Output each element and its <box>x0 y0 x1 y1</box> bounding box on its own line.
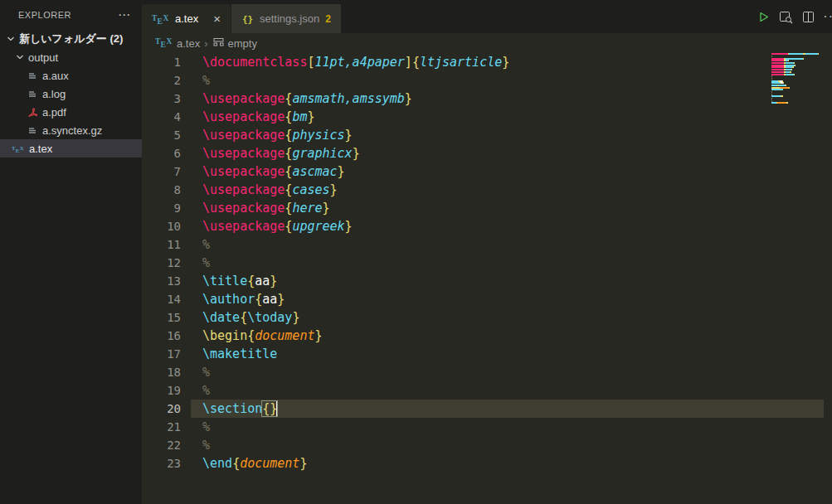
minimap-line <box>771 102 825 104</box>
token: { <box>247 274 255 288</box>
code-line[interactable]: 18% <box>142 363 832 381</box>
token: bm <box>292 109 307 124</box>
tab-settings-json[interactable]: {}settings.json2 <box>231 4 341 33</box>
tree-root-folder[interactable]: 新しいフォルダー (2) <box>0 30 142 48</box>
tree-item-label: a.log <box>42 88 66 100</box>
code-line[interactable]: 14\author{aa} <box>142 290 832 308</box>
token: \end <box>202 456 232 471</box>
line-content: \usepackage{ascmac} <box>191 162 824 181</box>
token: \date <box>202 310 240 325</box>
code-line[interactable]: 23\end{document} <box>142 454 832 472</box>
code-line[interactable]: 10\usepackage{upgreek} <box>142 217 832 235</box>
line-content: \usepackage{here} <box>191 199 824 217</box>
svg-text:X: X <box>163 14 169 22</box>
tree-item-a-aux[interactable]: a.aux <box>0 66 142 85</box>
editor-actions: ·· <box>757 0 832 33</box>
svg-text:E: E <box>158 17 163 25</box>
tab-a-tex[interactable]: TEXa.tex× <box>142 4 231 33</box>
explorer-more-icon[interactable]: ⋯ <box>118 11 130 19</box>
token: % <box>202 438 210 453</box>
tree-item-label: a.aux <box>42 70 69 82</box>
code-line[interactable]: 16\begin{document} <box>142 327 832 345</box>
line-content: % <box>191 254 824 272</box>
code-line[interactable]: 17\maketitle <box>142 345 832 363</box>
token: \section <box>202 401 262 416</box>
token: cases <box>292 182 329 197</box>
code-line[interactable]: 22% <box>142 436 832 454</box>
token: \usepackage <box>202 128 285 143</box>
code-line[interactable]: 4\usepackage{bm} <box>142 108 832 126</box>
tree-item-a-log[interactable]: a.log <box>0 85 142 103</box>
json-icon: {} <box>241 13 255 24</box>
token: graphicx <box>292 146 352 161</box>
token: } <box>338 164 345 179</box>
token: } <box>292 310 299 325</box>
line-number: 22 <box>142 436 191 454</box>
code-line[interactable]: 5\usepackage{physics} <box>142 126 832 144</box>
line-content: \usepackage{graphicx} <box>191 144 824 162</box>
explorer-header: EXPLORER ⋯ <box>0 0 142 30</box>
line-content: \title{aa} <box>191 272 824 290</box>
tree-item-a-tex[interactable]: TEXa.tex <box>0 139 142 158</box>
code-line[interactable]: 11% <box>142 235 832 254</box>
code-line[interactable]: 3\usepackage{amsmath,amssymb} <box>142 90 832 108</box>
code-line[interactable]: 13\title{aa} <box>142 272 832 290</box>
token: % <box>202 237 210 252</box>
pdf-icon <box>25 106 38 118</box>
code-line[interactable]: 20\section{} <box>142 400 832 418</box>
token: } <box>307 109 314 124</box>
code-line[interactable]: 9\usepackage{here} <box>142 199 832 217</box>
minimap-line <box>771 53 825 56</box>
tex-icon: TEX <box>152 13 170 24</box>
token: % <box>202 73 210 88</box>
svg-text:X: X <box>20 145 24 151</box>
code-line[interactable]: 15\date{\today} <box>142 308 832 327</box>
view-pdf-icon[interactable] <box>778 10 794 24</box>
token: physics <box>292 128 344 143</box>
line-content: \usepackage{upgreek} <box>191 217 824 235</box>
breadcrumb-file-label: a.tex <box>177 37 200 50</box>
svg-text:{}: {} <box>242 14 253 24</box>
file-icon <box>25 88 38 99</box>
tab-label: settings.json <box>260 12 319 25</box>
code-line[interactable]: 21% <box>142 418 832 436</box>
code-line[interactable]: 12% <box>142 254 832 272</box>
code-line[interactable]: 6\usepackage{graphicx} <box>142 144 832 162</box>
token: \title <box>202 274 247 288</box>
explorer-title: EXPLORER <box>18 10 71 20</box>
svg-text:E: E <box>16 147 20 153</box>
token: % <box>202 419 210 434</box>
code-line[interactable]: 19% <box>142 381 832 400</box>
line-content: \end{document} <box>191 454 824 472</box>
close-icon[interactable]: × <box>213 14 221 24</box>
token: } <box>502 55 509 70</box>
more-actions-icon[interactable]: ·· <box>823 9 832 24</box>
tree-item-label: a.tex <box>29 143 52 155</box>
token: \begin <box>202 328 247 343</box>
minimap[interactable] <box>771 53 825 104</box>
tree-item-a-synctex-gz[interactable]: a.synctex.gz <box>0 121 142 139</box>
tree-item-a-pdf[interactable]: a.pdf <box>0 103 142 121</box>
line-content: \date{\today} <box>191 308 824 327</box>
token: upgreek <box>292 219 344 234</box>
line-content: % <box>191 71 824 90</box>
breadcrumb-symbol[interactable]: empty <box>212 36 257 50</box>
line-content: % <box>191 436 824 454</box>
token: } <box>345 219 353 234</box>
token: { <box>247 328 255 343</box>
breadcrumb-file[interactable]: TEX a.tex <box>155 36 200 50</box>
code-line[interactable]: 1\documentclass[11pt,a4paper]{ltjsarticl… <box>142 53 832 71</box>
run-latex-icon[interactable] <box>757 10 771 24</box>
tree-item-output[interactable]: output <box>0 48 142 66</box>
token: } <box>330 182 338 197</box>
split-editor-icon[interactable] <box>801 10 815 24</box>
token: \usepackage <box>202 201 285 216</box>
code-line[interactable]: 7\usepackage{ascmac} <box>142 162 832 181</box>
token: % <box>202 365 210 380</box>
token: % <box>202 383 210 398</box>
token: ] <box>405 55 412 70</box>
text-cursor <box>276 401 278 416</box>
tab-bar: TEXa.tex×{}settings.json2 ·· <box>142 0 832 33</box>
code-line[interactable]: 8\usepackage{cases} <box>142 181 832 199</box>
code-line[interactable]: 2% <box>142 71 832 90</box>
